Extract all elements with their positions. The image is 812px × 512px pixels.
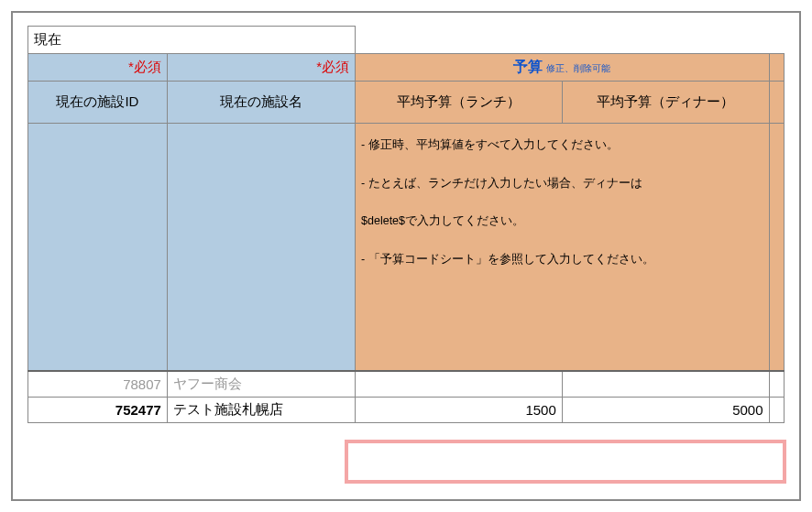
note-line-3: $delete$で入力してください。	[361, 209, 759, 234]
header-current-label: 現在	[28, 27, 356, 54]
column-label-row: 現在の施設ID 現在の施設名 平均予算（ランチ） 平均予算（ディナー）	[28, 82, 785, 124]
note-line-1: - 修正時、平均算値をすべて入力してください。	[361, 133, 759, 158]
cell-lunch[interactable]: 1500	[356, 397, 563, 422]
header-row-current: 現在	[28, 27, 785, 54]
required-mark-name: *必須	[167, 54, 355, 82]
cell-name[interactable]: テスト施設札幌店	[167, 397, 355, 422]
budget-title: 予算	[513, 59, 543, 74]
spacer-cell	[769, 82, 784, 124]
spacer-cell	[769, 371, 784, 398]
spacer-cell	[769, 397, 784, 422]
instruction-row: - 修正時、平均算値をすべて入力してください。 - たとえば、ランチだけ入力した…	[28, 124, 785, 371]
note-line-2: - たとえば、ランチだけ入力したい場合、ディナーは	[361, 171, 759, 197]
budget-subtitle: 修正、削除可能	[546, 63, 610, 73]
col-facility-name: 現在の施設名	[167, 82, 355, 124]
col-avg-lunch: 平均予算（ランチ）	[356, 82, 563, 124]
budget-table: 現在 *必須 *必須 予算 修正、削除可能 現在の施設ID 現在の施設名 平均予…	[27, 26, 785, 423]
cell-name[interactable]: ヤフー商会	[167, 371, 355, 398]
table-row: 78807 ヤフー商会	[28, 371, 785, 398]
cell-id[interactable]: 78807	[28, 371, 168, 398]
cell-dinner[interactable]: 5000	[562, 397, 769, 422]
spacer-cell	[769, 54, 784, 82]
required-mark-id: *必須	[28, 54, 168, 82]
note-blank-id	[28, 124, 168, 371]
highlight-box	[345, 440, 786, 484]
table-row: 752477 テスト施設札幌店 1500 5000	[28, 397, 785, 422]
header-blank	[356, 27, 785, 54]
col-facility-id: 現在の施設ID	[28, 82, 168, 124]
spreadsheet-frame: 現在 *必須 *必須 予算 修正、削除可能 現在の施設ID 現在の施設名 平均予…	[11, 11, 801, 501]
cell-id[interactable]: 752477	[28, 397, 168, 422]
note-line-4: - 「予算コードシート」を参照して入力してください。	[361, 247, 759, 273]
header-row-required: *必須 *必須 予算 修正、削除可能	[28, 54, 785, 82]
budget-header: 予算 修正、削除可能	[356, 54, 769, 82]
col-avg-dinner: 平均予算（ディナー）	[562, 82, 769, 124]
note-blank-name	[167, 124, 355, 371]
cell-lunch[interactable]	[356, 371, 563, 398]
cell-dinner[interactable]	[562, 371, 769, 398]
spacer-cell	[769, 124, 784, 371]
instruction-text: - 修正時、平均算値をすべて入力してください。 - たとえば、ランチだけ入力した…	[356, 124, 769, 371]
